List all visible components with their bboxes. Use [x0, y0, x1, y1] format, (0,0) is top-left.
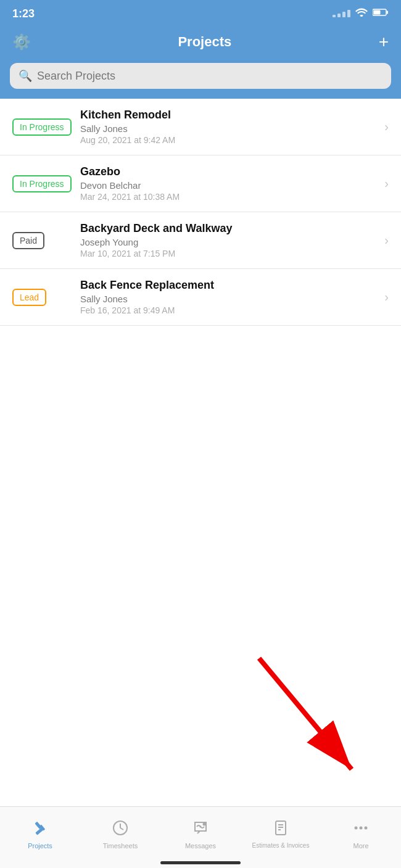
project-item-3[interactable]: Paid Backyard Deck and Walkway Joseph Yo… — [0, 212, 401, 269]
project-info-1: Kitchen Remodel Sally Jones Aug 20, 2021… — [80, 109, 379, 145]
settings-button[interactable]: ⚙️ — [12, 35, 31, 49]
project-name-2: Gazebo — [80, 165, 379, 178]
project-status-3: Paid — [12, 232, 80, 249]
red-arrow — [241, 646, 376, 794]
home-indicator — [160, 861, 241, 864]
svg-point-12 — [203, 822, 206, 825]
status-badge-1: In Progress — [12, 118, 72, 136]
status-badge-4: Lead — [12, 289, 46, 306]
messages-icon — [192, 820, 209, 840]
project-client-1: Sally Jones — [80, 123, 379, 134]
hammer-icon — [32, 820, 48, 840]
project-info-2: Gazebo Devon Belchar Mar 24, 2021 at 10:… — [80, 165, 379, 202]
wifi-icon — [355, 8, 368, 19]
tab-estimates[interactable]: Estimates & Invoices — [241, 814, 321, 849]
chevron-icon-2: › — [384, 176, 389, 191]
project-info-3: Backyard Deck and Walkway Joseph Young M… — [80, 222, 379, 258]
battery-icon — [373, 8, 389, 19]
svg-point-18 — [355, 826, 358, 829]
project-item-1[interactable]: In Progress Kitchen Remodel Sally Jones … — [0, 99, 401, 155]
project-status-2: In Progress — [12, 175, 80, 192]
tab-messages-label: Messages — [185, 842, 216, 849]
search-input[interactable] — [37, 70, 382, 83]
app-header: ⚙️ Projects + — [0, 27, 401, 60]
signal-icon — [333, 10, 350, 17]
add-project-button[interactable]: + — [379, 33, 389, 51]
header-title: Projects — [178, 34, 231, 50]
tab-projects[interactable]: Projects — [0, 814, 80, 849]
project-name-4: Back Fence Replacement — [80, 279, 379, 292]
chevron-icon-1: › — [384, 120, 389, 134]
status-time: 1:23 — [12, 7, 35, 20]
tab-more-label: More — [353, 842, 368, 849]
project-client-2: Devon Belchar — [80, 180, 379, 191]
project-list: In Progress Kitchen Remodel Sally Jones … — [0, 99, 401, 326]
status-badge-2: In Progress — [12, 175, 72, 192]
more-icon — [353, 820, 369, 840]
project-name-3: Backyard Deck and Walkway — [80, 222, 379, 235]
status-badge-3: Paid — [12, 232, 44, 249]
chevron-icon-4: › — [384, 290, 389, 304]
project-date-1: Aug 20, 2021 at 9:42 AM — [80, 135, 379, 145]
search-icon: 🔍 — [19, 69, 32, 83]
status-bar: 1:23 — [0, 0, 401, 27]
tab-bar: Projects Timesheets Messages — [0, 806, 401, 868]
svg-point-19 — [360, 826, 363, 829]
project-client-3: Joseph Young — [80, 237, 379, 247]
project-name-1: Kitchen Remodel — [80, 109, 379, 122]
svg-rect-3 — [374, 10, 381, 15]
tab-projects-label: Projects — [28, 842, 52, 849]
project-status-1: In Progress — [12, 118, 80, 136]
search-bar[interactable]: 🔍 — [10, 63, 391, 89]
project-date-3: Mar 10, 2021 at 7:15 PM — [80, 249, 379, 258]
status-icons — [333, 8, 389, 19]
svg-point-20 — [365, 826, 368, 829]
project-item-2[interactable]: In Progress Gazebo Devon Belchar Mar 24,… — [0, 155, 401, 212]
chevron-icon-3: › — [384, 233, 389, 247]
svg-line-11 — [120, 828, 123, 830]
project-date-2: Mar 24, 2021 at 10:38 AM — [80, 192, 379, 202]
project-date-4: Feb 16, 2021 at 9:49 AM — [80, 305, 379, 315]
clock-icon — [112, 820, 128, 840]
project-item-4[interactable]: Lead Back Fence Replacement Sally Jones … — [0, 269, 401, 326]
svg-line-5 — [259, 658, 352, 769]
svg-rect-2 — [387, 11, 389, 14]
tab-estimates-label: Estimates & Invoices — [252, 842, 310, 849]
main-content: In Progress Kitchen Remodel Sally Jones … — [0, 99, 401, 387]
tab-messages[interactable]: Messages — [160, 814, 241, 849]
project-status-4: Lead — [12, 289, 80, 306]
tab-timesheets-label: Timesheets — [103, 842, 138, 849]
search-container: 🔍 — [0, 60, 401, 99]
project-client-4: Sally Jones — [80, 294, 379, 304]
document-icon — [273, 820, 289, 840]
project-info-4: Back Fence Replacement Sally Jones Feb 1… — [80, 279, 379, 315]
tab-timesheets[interactable]: Timesheets — [80, 814, 160, 849]
tab-more[interactable]: More — [321, 814, 401, 849]
